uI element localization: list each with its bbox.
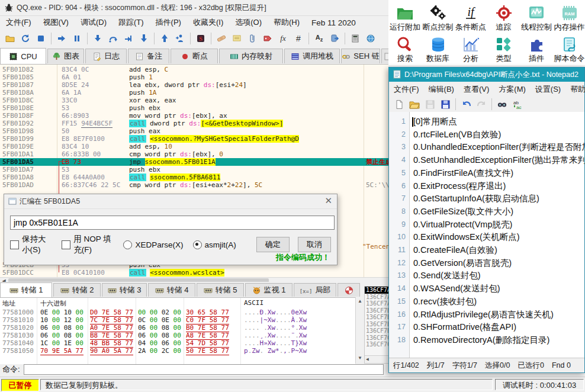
- quick-types-button[interactable]: 类型: [488, 34, 520, 64]
- hexdump-row[interactable]: 7758101010 00 12 007C 7E 58 770C 00 0E 0…: [0, 316, 355, 324]
- scroll-down-arrow-icon[interactable]: ▼: [356, 355, 364, 362]
- hexdump-pane[interactable]: 地址 十六进制 ASCII 775810000E 00 10 00D0 7E 5…: [0, 297, 355, 364]
- np-open-icon[interactable]: [407, 97, 422, 111]
- hash-icon[interactable]: #: [291, 31, 306, 46]
- text-line[interactable]: 0.SHFormatDrive(格盘API): [413, 321, 516, 334]
- stack-address-row[interactable]: 136CF7A: [365, 294, 389, 301]
- disasm-row[interactable]: 5FB01D9E83C4 10add esp, 10: [0, 143, 388, 150]
- patch-icon[interactable]: [214, 31, 229, 46]
- pause-icon[interactable]: [70, 31, 84, 46]
- tab-图表[interactable]: 图表: [47, 49, 84, 63]
- folder-icon[interactable]: [3, 31, 17, 46]
- disasm-row[interactable]: 5FB01D8E53push ebx: [0, 104, 388, 112]
- np-undo-icon[interactable]: [459, 97, 473, 111]
- dump-tab-转储 1[interactable]: 转储 1: [0, 282, 52, 297]
- assemble-input[interactable]: [10, 216, 335, 230]
- np-menu-item-0[interactable]: 文件(F): [389, 82, 424, 97]
- np-saveall-icon[interactable]: [438, 97, 452, 111]
- clip-icon[interactable]: [245, 31, 259, 46]
- quick-if-button[interactable]: if条件断点: [455, 2, 487, 33]
- checkbox-box[interactable]: [62, 240, 70, 249]
- tab-断点[interactable]: 断点: [171, 49, 218, 63]
- az-icon[interactable]: Az: [312, 31, 326, 46]
- close-icon[interactable]: ✕: [324, 195, 332, 206]
- text-line[interactable]: 0.GetVersion(易语言脱壳): [413, 257, 512, 270]
- source-icon[interactable]: [327, 31, 342, 46]
- stack-address-row[interactable]: 136CF7B: [365, 314, 389, 321]
- disasm-row[interactable]: 5FB01D878D5E 24lea ebx, dword ptr ds:[es…: [0, 81, 388, 89]
- menu-item-2[interactable]: 调试(D): [75, 15, 112, 30]
- menu-item-4[interactable]: 插件(P): [150, 15, 187, 30]
- dump-tab-partial[interactable]: [338, 283, 360, 297]
- dump-tab-转储 5[interactable]: 转储 5: [197, 283, 244, 297]
- quick-folder-button[interactable]: 运行附加: [389, 2, 421, 33]
- tab-调用堆栈[interactable]: 调用堆栈: [284, 49, 340, 63]
- run-icon[interactable]: [54, 31, 69, 46]
- text-line[interactable]: 0.FindFirstFileA(查找文件): [413, 167, 513, 180]
- text-line[interactable]: 0.CreateFileA(自效验): [413, 244, 497, 257]
- np-replace-icon[interactable]: abac: [510, 97, 525, 111]
- stack-address-row[interactable]: 136CF7A: [365, 287, 389, 294]
- np-new-icon[interactable]: [392, 97, 406, 111]
- tab-日志[interactable]: 日志: [85, 49, 127, 63]
- trace-icon[interactable]: S: [194, 31, 208, 46]
- disasm-row[interactable]: 5FB01DA166:833B 00cmp word ptr ds:[ebx],…: [0, 150, 388, 158]
- np-redo-icon[interactable]: [474, 97, 488, 111]
- menu-item-6[interactable]: 选项(O): [229, 15, 268, 30]
- hexdump-row[interactable]: 7758103006 00 08 00B8 7E 58 7706 00 08 0…: [0, 332, 355, 339]
- text-line[interactable]: 0.SetUnhandledExceptionFilter(抛出异常来判: [413, 154, 584, 167]
- notepad2-edit-area[interactable]: 123456789101112131415161718 [0]常用断点0.rtc…: [389, 112, 584, 358]
- text-line[interactable]: 0.rtcFileLen(VB自效验): [413, 128, 501, 142]
- np-save-icon[interactable]: [423, 97, 437, 111]
- text-line[interactable]: 0.UnhandledExceptionFilter(判断进程是否附加: [413, 141, 584, 154]
- quick-target-button[interactable]: 追踪: [488, 2, 520, 33]
- stack-pane[interactable]: 136CF7A136CF7A136CF7A136CF7B136CF7B136CF…: [364, 286, 390, 364]
- stack-address-row[interactable]: 136CF7B: [365, 321, 389, 328]
- stack-address-row[interactable]: 136CF7B: [365, 307, 389, 314]
- disasm-row[interactable]: 5FB01D8A6A 1Apush 1A: [0, 89, 388, 97]
- dump-tab-监视 1[interactable]: 监视 1: [245, 283, 292, 297]
- fx-icon[interactable]: fx: [276, 31, 290, 46]
- dump-tab-转储 4[interactable]: 转储 4: [148, 283, 195, 297]
- quick-script-button[interactable]: 脚本命令: [554, 34, 585, 64]
- quick-search-button[interactable]: 搜索: [389, 34, 421, 64]
- menu-item-7[interactable]: 帮助(H): [268, 15, 306, 30]
- text-line[interactable]: 0.ExitProcess(程序退出): [413, 180, 506, 193]
- hexdump-row[interactable]: 775810000E 00 10 00D0 7E 58 7700 00 02 0…: [0, 309, 355, 316]
- hexdump-row[interactable]: 775810401C 00 1E 0048 BB 58 7704 00 06 0…: [0, 339, 355, 347]
- np-find-icon[interactable]: [495, 97, 509, 111]
- text-line[interactable]: 0.GetFileSize(取文件大小): [413, 205, 513, 219]
- radio-circle[interactable]: [193, 240, 202, 249]
- quick-thread-button[interactable]: 线程控制: [520, 2, 552, 33]
- radio-0[interactable]: XEDParse(X): [123, 240, 183, 249]
- globe-icon[interactable]: [364, 31, 378, 46]
- quick-plugin-button[interactable]: 插件: [520, 34, 552, 64]
- dump-tab-转储 2[interactable]: 转储 2: [53, 283, 101, 297]
- comment-icon[interactable]: [230, 31, 244, 46]
- text-line[interactable]: 0.Send(发送封包): [413, 269, 481, 282]
- hexdump-row[interactable]: 7758105070 9E 5A 7790 A0 5A 772A 00 2C 0…: [0, 347, 355, 355]
- disasm-row[interactable]: 5FB01D8283C4 0Cadd esp, C: [0, 66, 388, 73]
- label-icon[interactable]: [261, 31, 275, 46]
- checkbox-1[interactable]: 用 NOP 填充(F): [62, 234, 114, 255]
- stack-address-row[interactable]: 136CF7C: [365, 335, 389, 342]
- menu-item-3[interactable]: 跟踪(T): [112, 15, 150, 30]
- run-user-icon[interactable]: [121, 31, 136, 46]
- ok-button[interactable]: 确定: [256, 237, 290, 252]
- np-menu-item-3[interactable]: 方案(M): [494, 82, 531, 97]
- text-line[interactable]: 0.WSASend(发送封包): [413, 282, 500, 295]
- np-menu-item-4[interactable]: 设置(S): [531, 82, 565, 97]
- dump-vscrollbar[interactable]: ▲ ▼: [355, 297, 365, 364]
- dump-tab-转储 3[interactable]: 转储 3: [102, 283, 147, 297]
- radio-1[interactable]: asmjit(A): [193, 240, 236, 249]
- cancel-button[interactable]: 取消: [298, 237, 331, 252]
- tab-SEH 链[interactable]: SEH 链: [341, 49, 380, 63]
- checkbox-0[interactable]: 保持大小(S): [10, 234, 52, 255]
- quick-ram-button[interactable]: RAM内存操作: [554, 2, 585, 33]
- attach-icon[interactable]: [173, 31, 187, 46]
- till-return-icon[interactable]: [158, 31, 172, 46]
- hexdump-row[interactable]: 7758102006 00 08 00A0 7E 58 7706 00 08 0…: [0, 324, 355, 332]
- disasm-row[interactable]: 5FB01D99E8 8E7F0100call <ssocommon.?MySH…: [0, 135, 388, 143]
- quick-db-button[interactable]: 数据库: [422, 34, 454, 64]
- text-line[interactable]: 0.RtlAdjustPrivilege(易语言快速关机): [413, 309, 554, 322]
